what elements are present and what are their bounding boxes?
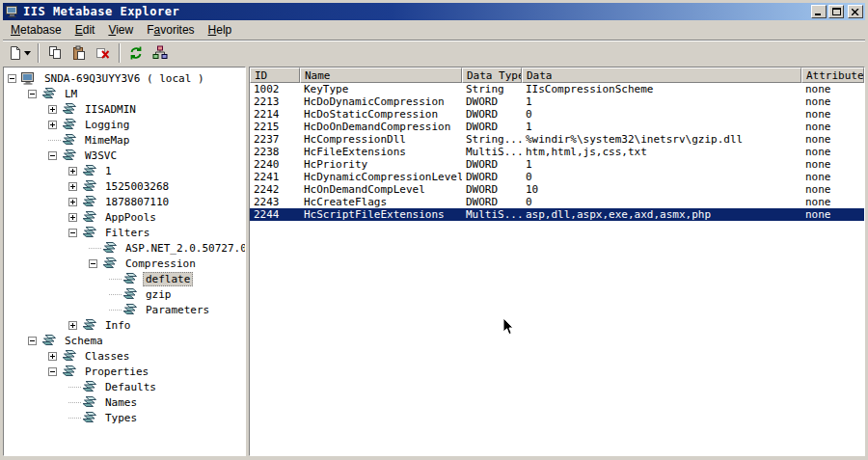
- table-row-2237[interactable]: 2237HcCompressionDllString...%windir%\sy…: [250, 133, 864, 146]
- tree-label[interactable]: Compression: [122, 257, 199, 271]
- tree-label[interactable]: MimeMap: [82, 133, 132, 148]
- collapse-toggle-icon[interactable]: [68, 229, 77, 237]
- tree-label[interactable]: Logging: [82, 118, 132, 132]
- tree-node-asp-net-2-0-50727-0: ASP.NET_2.0.50727.0: [4, 240, 245, 256]
- expand-toggle-icon[interactable]: [68, 321, 77, 330]
- table-row-2238[interactable]: 2238HcFileExtensionsMultiS...htm,html,js…: [250, 146, 864, 158]
- tree-connector: [48, 140, 61, 141]
- tree-node-parameters: Parameters: [4, 302, 245, 317]
- menu-favorites[interactable]: Favorites: [140, 21, 201, 39]
- table-row-2240[interactable]: 2240HcPriorityDWORD1none: [250, 158, 864, 171]
- tree-node-apppools: AppPools: [4, 209, 245, 225]
- column-header-id[interactable]: ID: [250, 68, 300, 83]
- tree-label[interactable]: W3SVC: [82, 149, 120, 163]
- app-icon: [5, 5, 20, 18]
- tree-node-compression: Compression: [4, 256, 245, 271]
- collapse-toggle-icon[interactable]: [89, 259, 97, 268]
- table-row-2213[interactable]: 2213HcDoDynamicCompressionDWORD1none: [250, 95, 864, 108]
- minimize-button[interactable]: [811, 5, 827, 18]
- menu-help[interactable]: Help: [202, 21, 239, 39]
- table-cell: 2242: [250, 183, 300, 196]
- maximize-button[interactable]: [828, 5, 844, 18]
- table-row-2215[interactable]: 2215HcDoOnDemandCompressionDWORD1none: [250, 121, 864, 133]
- tree-label[interactable]: Parameters: [143, 303, 212, 317]
- tree-connector: [68, 402, 81, 403]
- table-row-2243[interactable]: 2243HcCreateFlagsDWORD0none: [250, 196, 864, 208]
- column-header-name[interactable]: Name: [300, 68, 462, 83]
- close-button[interactable]: [848, 5, 863, 18]
- metabase-icon: [122, 287, 139, 301]
- table-cell: 1: [522, 121, 801, 133]
- expand-toggle-icon[interactable]: [48, 105, 57, 114]
- metabase-icon: [81, 318, 98, 332]
- table-cell: none: [801, 208, 864, 221]
- expand-toggle-icon[interactable]: [68, 167, 77, 176]
- collapse-toggle-icon[interactable]: [48, 151, 57, 160]
- tree-label[interactable]: 1878807110: [102, 195, 172, 209]
- network-button[interactable]: [149, 42, 172, 64]
- tree-node-snda-69q3uyy3v6-local: SNDA-69Q3UYY3V6 ( local ): [4, 70, 245, 86]
- table-row-1002[interactable]: 1002KeyTypeStringIIsCompressionSchemenon…: [250, 83, 864, 95]
- menu-label-post: dit: [83, 23, 95, 37]
- collapse-toggle-icon[interactable]: [28, 90, 37, 98]
- expand-toggle-icon[interactable]: [48, 121, 57, 129]
- metabase-icon: [81, 395, 98, 409]
- expand-toggle-icon[interactable]: [68, 182, 77, 191]
- table-row-2244[interactable]: 2244HcScriptFileExtensionsMultiS...asp,d…: [250, 208, 864, 221]
- menu-edit[interactable]: Edit: [68, 21, 102, 39]
- table-cell: HcDoDynamicCompression: [300, 95, 462, 108]
- tree-label[interactable]: deflate: [143, 272, 193, 286]
- tree-label[interactable]: gzip: [143, 287, 175, 302]
- table-cell: none: [801, 196, 864, 208]
- column-header-data-type[interactable]: Data Type: [462, 68, 522, 83]
- title-bar[interactable]: IIS Metabase Explorer: [3, 3, 865, 20]
- tree-label[interactable]: 1525003268: [102, 179, 172, 194]
- tree-label[interactable]: Filters: [102, 226, 152, 240]
- tree-node-lm: LM: [4, 86, 245, 101]
- table-cell: none: [801, 108, 864, 121]
- table-row-2241[interactable]: 2241HcDynamicCompressionLevelDWORD0none: [250, 171, 864, 183]
- column-header-attributes[interactable]: Attributes: [801, 68, 864, 83]
- table-cell: 2215: [250, 121, 300, 133]
- collapse-toggle-icon[interactable]: [48, 367, 57, 376]
- expand-toggle-icon[interactable]: [68, 198, 77, 206]
- tree-label[interactable]: 1: [102, 164, 115, 178]
- tree-label[interactable]: Schema: [62, 334, 106, 348]
- paste-button[interactable]: [68, 42, 91, 64]
- table-row-2242[interactable]: 2242HcOnDemandCompLevelDWORD10none: [250, 183, 864, 196]
- tree-label[interactable]: AppPools: [102, 210, 159, 225]
- collapse-toggle-icon[interactable]: [28, 337, 37, 345]
- table-cell: 2213: [250, 95, 300, 108]
- tree-node-logging: Logging: [4, 117, 245, 132]
- expand-toggle-icon[interactable]: [48, 352, 57, 361]
- table-cell: String: [462, 83, 522, 95]
- table-cell: HcScriptFileExtensions: [300, 208, 462, 221]
- table-cell: htm,html,js,css,txt: [522, 146, 801, 158]
- table-cell: DWORD: [462, 158, 522, 171]
- delete-button[interactable]: [92, 42, 115, 64]
- tree-node-classes: Classes: [4, 348, 245, 364]
- expand-toggle-icon[interactable]: [68, 213, 77, 222]
- new-button[interactable]: [6, 42, 34, 64]
- menu-metabase[interactable]: Metabase: [4, 21, 68, 39]
- metabase-icon: [41, 87, 58, 100]
- tree-label[interactable]: Defaults: [102, 380, 159, 394]
- tree-label[interactable]: Classes: [82, 349, 132, 364]
- tree-label[interactable]: Properties: [82, 365, 151, 379]
- tree-label[interactable]: SNDA-69Q3UYY3V6 ( local ): [41, 71, 207, 86]
- metabase-icon: [122, 272, 139, 285]
- tree-label[interactable]: Info: [102, 318, 134, 333]
- tree-label[interactable]: IISADMIN: [82, 102, 139, 117]
- tree-label[interactable]: Types: [102, 411, 140, 425]
- menu-view[interactable]: View: [101, 21, 140, 39]
- collapse-toggle-icon[interactable]: [8, 74, 16, 83]
- refresh-button[interactable]: [124, 42, 148, 64]
- tree-label[interactable]: Names: [102, 395, 140, 410]
- table-cell: DWORD: [462, 121, 522, 133]
- tree-label[interactable]: LM: [62, 87, 80, 101]
- menu-label-key: H: [208, 23, 217, 37]
- column-header-data[interactable]: Data: [522, 68, 801, 83]
- copy-button[interactable]: [43, 42, 67, 64]
- tree-label[interactable]: ASP.NET_2.0.50727.0: [122, 241, 246, 256]
- table-row-2214[interactable]: 2214HcDoStaticCompressionDWORD0none: [250, 108, 864, 121]
